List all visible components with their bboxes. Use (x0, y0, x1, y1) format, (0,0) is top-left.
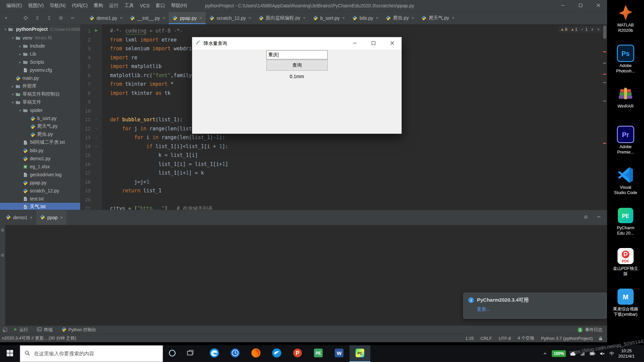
chevron-right-icon[interactable]: ▸ (17, 52, 23, 56)
tray-overflow-icon[interactable] (543, 351, 547, 356)
run-settings-icon[interactable] (583, 215, 588, 221)
tree-item[interactable]: scratch_12.py (0, 187, 80, 195)
tree-item[interactable]: 天气.txt (0, 203, 80, 210)
inspection-warning[interactable]: ▲8 (560, 27, 567, 32)
status-widget[interactable]: Python 3.7 (pythonProject) (541, 336, 593, 341)
status-message[interactable]: n2020.3.4可用 // 更新... (30 分钟 之前) (2, 335, 76, 341)
inspection-warning[interactable]: ▲1 (571, 27, 577, 32)
clock-taskbar-button[interactable] (225, 345, 246, 362)
status-widget[interactable]: CRLF (480, 336, 492, 341)
update-link[interactable]: 更新... (477, 306, 490, 312)
editor-tab[interactable]: __init__.py× (126, 12, 169, 24)
tool-window-run[interactable]: 运行 (13, 327, 28, 333)
inspection-check[interactable]: ✓1 (581, 27, 588, 32)
hide-run-panel-icon[interactable] (596, 215, 601, 221)
matlab-desktop-icon[interactable]: MATLABR2020b (607, 1, 644, 42)
run-tab[interactable]: demo1× (2, 210, 36, 225)
taskbar-search[interactable]: 在这里输入你要搜索的内容 (20, 345, 163, 362)
tree-item[interactable]: ▾spider (0, 106, 80, 114)
tree-item[interactable]: bibi.py (0, 146, 80, 155)
tree-item[interactable]: eg_1.xlsx (0, 163, 80, 171)
stop-icon[interactable] (1, 254, 4, 257)
pycharm-taskbar-button[interactable]: PC (350, 345, 370, 362)
tree-item[interactable]: 爬天气.py (0, 122, 80, 130)
panel-settings-icon[interactable] (58, 15, 63, 20)
tab-close-icon[interactable]: × (199, 15, 202, 20)
pycharmedu-desktop-icon[interactable]: PEPyCharmEdu 20... (607, 204, 644, 245)
inspections-widget[interactable]: ▲8▲1✓1∧∨ (558, 26, 602, 33)
thunder-taskbar-button[interactable] (266, 345, 287, 362)
locate-file-icon[interactable] (23, 15, 28, 20)
stripe-mark[interactable] (603, 63, 606, 64)
tree-item[interactable]: 爬虫.py (0, 130, 80, 138)
scrollbar-thumb[interactable] (603, 25, 606, 39)
tree-item[interactable]: ppap.py (0, 179, 80, 187)
menu-item[interactable]: VCS (137, 0, 153, 11)
stripe-mark[interactable] (603, 82, 606, 83)
powerpoint-taskbar-button[interactable]: P (287, 345, 308, 362)
menu-item[interactable]: 帮助(H) (168, 0, 190, 11)
editor-tab[interactable]: bibi.py× (348, 12, 382, 24)
tree-item[interactable]: 58同城二手房.txt (0, 138, 80, 146)
tab-close-icon[interactable]: × (249, 15, 251, 20)
hide-panel-icon[interactable] (70, 16, 75, 20)
menu-item[interactable]: 运行 (106, 0, 121, 11)
editor-tab[interactable]: demo1.py× (86, 12, 126, 24)
stripe-mark[interactable] (603, 74, 606, 75)
menu-item[interactable]: 导航(N) (47, 0, 68, 11)
dialog-title-bar[interactable]: 降水量查询 (192, 37, 401, 50)
menu-item[interactable]: 窗口 (153, 0, 168, 11)
pe-taskbar-button[interactable]: PE (308, 345, 329, 362)
menu-item[interactable]: 重构 (91, 0, 106, 11)
tree-item[interactable]: b_sort.py (0, 114, 80, 122)
premiere-desktop-icon[interactable]: PrAdobePremie... (607, 123, 644, 164)
menu-item[interactable]: 视图(V) (25, 0, 47, 11)
tool-window-python[interactable]: Python 控制台 (61, 327, 96, 333)
tree-item[interactable]: demo1.py (0, 155, 80, 163)
status-widget[interactable]: 1:25 (465, 336, 474, 341)
taskbar-clock[interactable]: 10:25 2021/4/1 (618, 348, 635, 359)
tree-item[interactable]: ▾venvlibrary 根 (0, 34, 80, 42)
tab-close-icon[interactable]: × (342, 15, 345, 20)
edge-taskbar-button[interactable] (204, 345, 225, 362)
tree-item[interactable]: ▾草稿文件 (0, 98, 80, 106)
kingsoftpdf-desktop-icon[interactable]: PDF金山PDF独立版 (607, 245, 644, 285)
fold-icon[interactable]: − (95, 126, 98, 131)
maximize-button[interactable] (572, 0, 589, 11)
close-button[interactable] (589, 0, 607, 11)
task-view-button[interactable] (181, 345, 199, 362)
fold-icon[interactable]: − (95, 135, 98, 140)
error-stripe[interactable] (602, 24, 607, 210)
fold-icon[interactable]: − (95, 118, 98, 122)
tab-close-icon[interactable]: × (30, 215, 33, 220)
lock-icon[interactable] (599, 336, 602, 341)
tab-close-icon[interactable]: × (412, 15, 414, 20)
tab-close-icon[interactable]: × (60, 215, 63, 220)
dialog-close-button[interactable] (383, 37, 401, 50)
tool-window-terminal[interactable]: 终端 (37, 327, 53, 333)
menu-item[interactable]: 代码(C) (69, 0, 91, 11)
tab-close-icon[interactable]: × (452, 15, 454, 20)
stripe-mark[interactable] (603, 51, 606, 52)
fold-icon[interactable]: − (95, 144, 98, 148)
dialog-minimize-button[interactable] (345, 37, 364, 50)
stripe-mark[interactable] (603, 143, 606, 144)
tab-close-icon[interactable]: × (303, 15, 306, 20)
query-button[interactable]: 查询 (266, 60, 328, 71)
editor-tab[interactable]: 面向监狱编程.py× (255, 12, 309, 24)
chevron-right-icon[interactable]: ▸ (10, 84, 15, 88)
tab-close-icon[interactable]: × (376, 15, 379, 20)
minimize-button[interactable] (554, 0, 572, 11)
prev-issue-icon[interactable]: ∧ (591, 27, 594, 32)
run-line-icon[interactable] (94, 28, 98, 34)
status-widget[interactable]: 4 个空格 (518, 335, 534, 341)
tree-item[interactable]: ▸Lib (0, 50, 80, 58)
winrar-desktop-icon[interactable]: WinRAR (607, 82, 644, 123)
chevron-down-icon[interactable]: ▾ (3, 27, 8, 31)
tab-close-icon[interactable]: × (163, 15, 165, 20)
city-input[interactable]: 重庆 (266, 50, 328, 59)
editor-tab[interactable]: ppap.py× (169, 12, 205, 24)
tree-item[interactable]: test.txt (0, 195, 80, 203)
menu-item[interactable]: 编辑(E) (3, 0, 25, 11)
tree-item[interactable]: ▸Scripts (0, 58, 80, 66)
